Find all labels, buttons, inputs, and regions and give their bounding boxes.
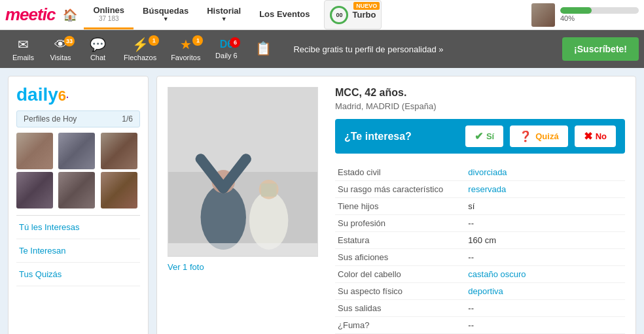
sidebar-link-tu-les-interesas[interactable]: Tú les Interesas bbox=[16, 216, 140, 239]
toolbar-promo-text: Recibe gratis tu perfil de personalidad … bbox=[283, 44, 561, 54]
onlines-count: 37 183 bbox=[99, 15, 119, 22]
nav-item-busquedas[interactable]: Búsquedas ▼ bbox=[134, 0, 198, 29]
logo: meetic bbox=[5, 5, 55, 25]
ver-foto-link[interactable]: Ver 1 foto bbox=[168, 262, 325, 272]
user-avatar[interactable] bbox=[531, 3, 555, 27]
thumbnail-5[interactable] bbox=[58, 172, 95, 209]
turbo-count: 00 bbox=[336, 12, 342, 18]
detail-row: Su profesión-- bbox=[335, 215, 625, 232]
btn-yes-label: Sí bbox=[486, 131, 494, 141]
clipboard-icon: 📋 bbox=[255, 41, 272, 56]
detail-value: divorciada bbox=[465, 164, 625, 181]
nav-items: Onlines 37 183 Búsquedas ▼ Historial ▼ L… bbox=[84, 0, 382, 29]
daily6-logo: daily6· bbox=[16, 84, 140, 105]
profile-progress: 40% bbox=[560, 7, 639, 23]
nav-item-onlines[interactable]: Onlines 37 183 bbox=[84, 0, 134, 29]
detail-label: Sus aficiones bbox=[335, 249, 465, 266]
nav-item-eventos[interactable]: Los Eventos bbox=[250, 0, 319, 29]
sidebar-link-te-interesan[interactable]: Te Interesan bbox=[16, 239, 140, 263]
toolbar-favoritos[interactable]: 1 ★ Favoritos bbox=[164, 34, 207, 64]
toolbar-chat[interactable]: 💬 Chat bbox=[80, 34, 116, 64]
nav-item-historial[interactable]: Historial ▼ bbox=[198, 0, 250, 29]
detail-row: Estatura160 cm bbox=[335, 232, 625, 249]
nav-eventos-label: Los Eventos bbox=[259, 9, 310, 19]
progress-bar-fill bbox=[560, 7, 592, 14]
thumbnail-grid bbox=[16, 133, 140, 209]
cross-icon: ✖ bbox=[584, 130, 592, 142]
detail-value: castaño oscuro bbox=[465, 266, 625, 283]
sidebar-links: Tú les Interesas Te Interesan Tus Quizás bbox=[16, 215, 140, 286]
detail-label: ¿Fuma? bbox=[335, 317, 465, 334]
nav-busquedas-label: Búsquedas bbox=[143, 6, 188, 16]
historial-caret-icon: ▼ bbox=[221, 16, 227, 22]
detail-row: Su rasgo más característicoreservada bbox=[335, 181, 625, 198]
detail-label: Estatura bbox=[335, 232, 465, 249]
svg-rect-8 bbox=[261, 184, 277, 197]
main-content: daily6· Perfiles de Hoy 1/6 Tú les Inter… bbox=[0, 68, 644, 334]
svg-point-2 bbox=[201, 185, 246, 250]
profile-location: Madrid, MADRID (España) bbox=[335, 101, 625, 111]
thumbnail-6[interactable] bbox=[101, 172, 137, 209]
profile-info: MCC, 42 años. Madrid, MADRID (España) ¿T… bbox=[335, 87, 625, 334]
detail-value: -- bbox=[465, 249, 625, 266]
email-icon: ✉ bbox=[18, 37, 29, 52]
thumbnail-2[interactable] bbox=[58, 133, 95, 169]
profiles-count: 1/6 bbox=[122, 114, 133, 124]
toolbar-daily6[interactable]: 6 D6 Daily 6 bbox=[208, 36, 244, 62]
visitas-badge: 33 bbox=[64, 36, 75, 46]
progress-bar bbox=[560, 7, 639, 14]
sidebar-link-tus-quizas[interactable]: Tus Quizás bbox=[16, 263, 140, 286]
turbo-section[interactable]: NUEVO 00 Turbo bbox=[324, 0, 382, 29]
toolbar-flechazos[interactable]: 1 ⚡ Flechazos bbox=[117, 34, 163, 64]
detail-value: -- bbox=[465, 300, 625, 317]
toolbar-flechazos-label: Flechazos bbox=[124, 54, 156, 61]
interest-no-button[interactable]: ✖ No bbox=[575, 125, 616, 147]
favoritos-badge: 1 bbox=[192, 35, 203, 46]
daily6-badge: 6 bbox=[230, 37, 240, 48]
home-nav-button[interactable]: 🏠 bbox=[63, 8, 77, 22]
toolbar-visitas[interactable]: 33 👁 Visitas bbox=[43, 35, 79, 64]
detail-label: Sus salidas bbox=[335, 300, 465, 317]
toolbar-clipboard[interactable]: 📋 bbox=[245, 38, 281, 60]
thumbnail-4[interactable] bbox=[16, 172, 53, 209]
detail-label: Su profesión bbox=[335, 215, 465, 232]
detail-value: -- bbox=[465, 317, 625, 334]
detail-label: Su aspecto físico bbox=[335, 283, 465, 300]
main-photo bbox=[168, 87, 318, 257]
detail-row: Color del cabellocastaño oscuro bbox=[335, 266, 625, 283]
thumbnail-3[interactable] bbox=[101, 133, 137, 169]
interest-maybe-button[interactable]: ❓ Quizá bbox=[510, 125, 567, 147]
profile-name: MCC, 42 años. bbox=[335, 87, 625, 99]
nuevo-badge: NUEVO bbox=[353, 2, 380, 10]
nav-historial-label: Historial bbox=[207, 6, 241, 16]
detail-value: deportiva bbox=[465, 283, 625, 300]
interest-yes-button[interactable]: ✔ Sí bbox=[465, 125, 503, 147]
thumbnail-1[interactable] bbox=[16, 133, 53, 169]
btn-maybe-label: Quizá bbox=[535, 131, 558, 141]
question-icon: ❓ bbox=[519, 130, 532, 142]
profile-card: Ver 1 foto MCC, 42 años. Madrid, MADRID … bbox=[156, 76, 636, 334]
nav-onlines-label: Onlines bbox=[93, 5, 124, 15]
flechazos-icon: ⚡ bbox=[132, 37, 149, 52]
toolbar-chat-label: Chat bbox=[90, 54, 105, 61]
detail-row: Estado civildivorciada bbox=[335, 164, 625, 181]
detail-label: Su rasgo más característico bbox=[335, 181, 465, 198]
subscribe-button[interactable]: ¡Suscríbete! bbox=[562, 37, 639, 61]
chat-icon: 💬 bbox=[90, 37, 106, 52]
turbo-circle: 00 bbox=[330, 6, 348, 24]
flechazos-badge: 1 bbox=[149, 35, 159, 46]
detail-label: Estado civil bbox=[335, 164, 465, 181]
toolbar-emails[interactable]: ✉ Emails bbox=[5, 34, 41, 64]
detail-row: Sus salidas-- bbox=[335, 300, 625, 317]
detail-row: Su aspecto físicodeportiva bbox=[335, 283, 625, 300]
turbo-label: Turbo bbox=[352, 10, 376, 20]
detail-label: Color del cabello bbox=[335, 266, 465, 283]
svg-point-6 bbox=[249, 192, 288, 250]
toolbar-favoritos-label: Favoritos bbox=[171, 54, 200, 61]
interest-bar: ¿Te interesa? ✔ Sí ❓ Quizá ✖ No bbox=[335, 119, 625, 154]
busquedas-caret-icon: ▼ bbox=[163, 16, 169, 22]
detail-value: 160 cm bbox=[465, 232, 625, 249]
toolbar-visitas-label: Visitas bbox=[50, 54, 71, 61]
detail-row: Tiene hijossí bbox=[335, 198, 625, 215]
progress-label: 40% bbox=[560, 14, 575, 22]
